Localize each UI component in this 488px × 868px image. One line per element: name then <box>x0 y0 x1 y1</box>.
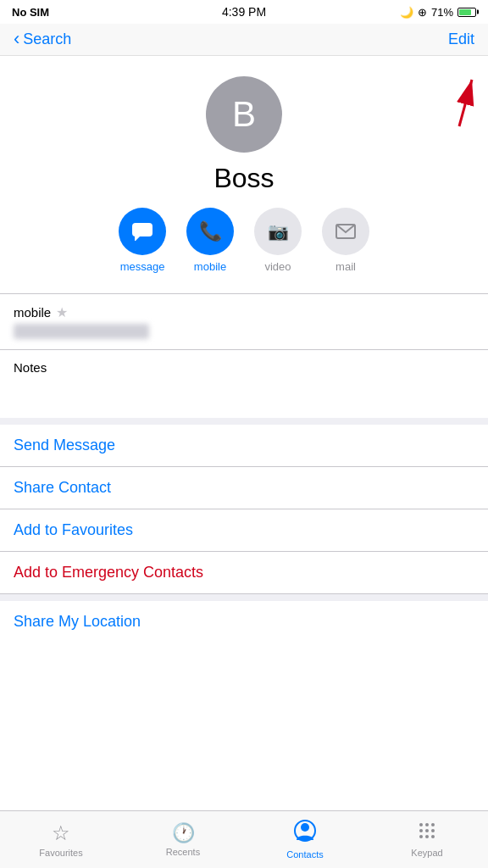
svg-point-15 <box>431 835 435 838</box>
svg-rect-2 <box>132 223 152 236</box>
keypad-label: Keypad <box>411 848 442 858</box>
notes-label: Notes <box>14 360 474 375</box>
mobile-field-section: mobile ★ <box>0 294 488 349</box>
svg-point-13 <box>419 835 423 838</box>
tab-keypad[interactable]: Keypad <box>366 821 488 858</box>
phone-number-blurred <box>14 324 149 339</box>
recents-icon: 🕐 <box>172 822 195 844</box>
mail-icon <box>336 224 356 239</box>
back-label: Search <box>23 31 71 48</box>
mobile-label: mobile <box>194 260 226 273</box>
mail-circle <box>322 208 369 255</box>
message-action-button[interactable]: message <box>119 208 166 273</box>
svg-point-11 <box>425 829 429 832</box>
favourites-label: Favourites <box>39 848 82 858</box>
chevron-left-icon: ‹ <box>14 30 19 48</box>
keypad-icon <box>418 821 436 845</box>
recents-label: Recents <box>166 847 200 857</box>
svg-point-12 <box>431 829 435 832</box>
mail-label: mail <box>336 260 356 273</box>
mail-action-button[interactable]: mail <box>322 208 369 273</box>
message-circle <box>119 208 166 255</box>
action-buttons-row: message 📞 mobile 📷 video mail <box>119 208 369 273</box>
battery-percent: 71% <box>431 6 453 19</box>
contacts-label: Contacts <box>286 849 323 860</box>
nav-bar: ‹ Search Edit <box>0 24 488 56</box>
video-icon: 📷 <box>268 221 289 242</box>
carrier-label: No SIM <box>12 6 49 19</box>
section-divider-1 <box>0 418 488 425</box>
action-list: Send Message Share Contact Add to Favour… <box>0 425 488 594</box>
svg-point-10 <box>419 829 423 832</box>
moon-icon: 🌙 <box>400 6 413 19</box>
battery-icon <box>458 8 476 17</box>
svg-marker-3 <box>135 236 140 241</box>
avatar-initial: B <box>232 94 256 135</box>
svg-point-7 <box>419 823 423 826</box>
send-message-button[interactable]: Send Message <box>0 425 488 467</box>
tab-favourites[interactable]: ☆ Favourites <box>0 821 122 858</box>
section-divider-2 <box>0 594 488 601</box>
share-location-button[interactable]: Share My Location <box>0 601 488 643</box>
notes-section: Notes <box>0 350 488 418</box>
mobile-field-label-text: mobile <box>14 305 51 320</box>
field-label-mobile: mobile ★ <box>14 304 474 320</box>
phone-icon: 📞 <box>199 220 222 242</box>
favourites-icon: ☆ <box>52 821 70 845</box>
edit-button[interactable]: Edit <box>448 31 474 48</box>
video-circle: 📷 <box>254 208 302 255</box>
svg-point-5 <box>301 823 309 832</box>
message-label: message <box>120 260 165 273</box>
svg-point-14 <box>425 835 429 838</box>
time-label: 4:39 PM <box>222 5 266 19</box>
status-bar: No SIM 4:39 PM 🌙 ⊕ 71% <box>0 0 488 24</box>
back-button[interactable]: ‹ Search <box>14 31 71 48</box>
video-action-button[interactable]: 📷 video <box>254 208 302 273</box>
add-favourites-button[interactable]: Add to Favourites <box>0 509 488 552</box>
add-emergency-contacts-button[interactable]: Add to Emergency Contacts <box>0 552 488 594</box>
svg-point-8 <box>425 823 429 826</box>
avatar: B <box>206 76 282 153</box>
contacts-icon <box>294 820 316 847</box>
tab-recents[interactable]: 🕐 Recents <box>122 822 244 857</box>
status-indicators: 🌙 ⊕ 71% <box>400 6 476 19</box>
mobile-action-button[interactable]: 📞 mobile <box>186 208 234 273</box>
svg-point-9 <box>431 823 435 826</box>
tab-bar: ☆ Favourites 🕐 Recents Contacts <box>0 810 488 868</box>
contact-name: Boss <box>214 163 274 194</box>
contact-header: B Boss message 📞 mobile 📷 vide <box>0 56 488 293</box>
phone-circle: 📞 <box>186 208 234 255</box>
location-icon: ⊕ <box>418 6 427 19</box>
share-contact-button[interactable]: Share Contact <box>0 467 488 509</box>
video-label: video <box>264 260 291 273</box>
tab-contacts[interactable]: Contacts <box>244 820 366 860</box>
message-icon <box>131 222 153 241</box>
star-icon[interactable]: ★ <box>56 304 68 320</box>
